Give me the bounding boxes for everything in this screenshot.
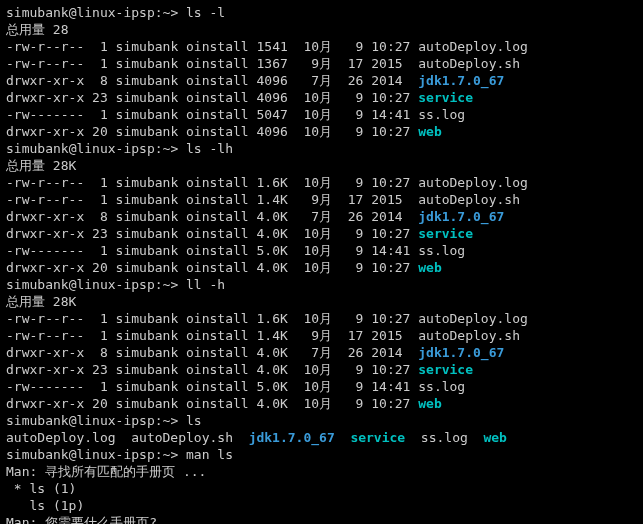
owner: simubank [116,175,179,190]
filename: service [418,362,473,377]
perm: drwxr-xr-x [6,209,84,224]
group: oinstall [186,107,249,122]
group: oinstall [186,362,249,377]
size: 5.0K [257,379,288,394]
size: 1541 [257,39,288,54]
filename: jdk1.7.0_67 [418,73,504,88]
file-row: -rw-r--r-- 1 simubank oinstall 1.6K 10月 … [6,310,637,327]
month: 7月 [296,209,332,224]
month: 7月 [296,345,332,360]
link-count: 1 [92,243,108,258]
filename: web [418,260,441,275]
day: 17 [340,192,363,207]
size: 4.0K [257,209,288,224]
time: 2014 [371,209,410,224]
filename: ss.log [418,107,465,122]
cmd-ls-l[interactable]: ls -l [186,5,225,20]
prompt-host: linux-ipsp [76,5,154,20]
filename: ss.log [418,379,465,394]
size: 1.6K [257,175,288,190]
filename: autoDeploy.sh [418,192,520,207]
filename: ss.log [421,430,468,445]
file-row: drwxr-xr-x 20 simubank oinstall 4.0K 10月… [6,259,637,276]
file-row: -rw-r--r-- 1 simubank oinstall 1.6K 10月 … [6,174,637,191]
time: 14:41 [371,243,410,258]
man-option-selected: * ls (1) [6,481,76,496]
total-line: 总用量 28 [6,21,637,38]
perm: -rw------- [6,107,84,122]
owner: simubank [116,107,179,122]
size: 5047 [257,107,288,122]
cmd-ls-lh[interactable]: ls -lh [186,141,233,156]
filename: service [418,90,473,105]
size: 1.6K [257,311,288,326]
link-count: 1 [92,56,108,71]
owner: simubank [116,209,179,224]
time: 10:27 [371,260,410,275]
group: oinstall [186,192,249,207]
prompt-line: simubank@linux-ipsp:~> ll -h [6,276,637,293]
perm: -rw-r--r-- [6,192,84,207]
link-count: 23 [92,226,108,241]
filename: autoDeploy.log [418,175,528,190]
size: 1367 [257,56,288,71]
cmd-ls[interactable]: ls [186,413,202,428]
group: oinstall [186,56,249,71]
total-line: 总用量 28K [6,157,637,174]
perm: drwxr-xr-x [6,260,84,275]
terminal-output[interactable]: simubank@linux-ipsp:~> ls -l总用量 28-rw-r-… [0,0,643,524]
link-count: 1 [92,311,108,326]
owner: simubank [116,328,179,343]
day: 9 [340,362,363,377]
month: 9月 [296,328,332,343]
day: 9 [340,90,363,105]
day: 9 [340,243,363,258]
filename: web [483,430,506,445]
total-label: 总用量 28K [6,158,76,173]
perm: drwxr-xr-x [6,90,84,105]
size: 1.4K [257,192,288,207]
month: 10月 [296,175,332,190]
filename: autoDeploy.log [418,311,528,326]
total-line: 总用量 28K [6,293,637,310]
cmd-man-ls[interactable]: man ls [186,447,233,462]
size: 4.0K [257,260,288,275]
group: oinstall [186,311,249,326]
file-row: drwxr-xr-x 8 simubank oinstall 4.0K 7月 2… [6,208,637,225]
day: 26 [340,345,363,360]
perm: -rw-r--r-- [6,328,84,343]
filename: service [350,430,405,445]
perm: drwxr-xr-x [6,73,84,88]
link-count: 8 [92,209,108,224]
time: 10:27 [371,396,410,411]
time: 2014 [371,345,410,360]
perm: -rw------- [6,379,84,394]
size: 4.0K [257,345,288,360]
file-row: drwxr-xr-x 23 simubank oinstall 4.0K 10月… [6,361,637,378]
group: oinstall [186,39,249,54]
group: oinstall [186,209,249,224]
month: 10月 [296,396,332,411]
owner: simubank [116,39,179,54]
ls-short-line: autoDeploy.log autoDeploy.sh jdk1.7.0_67… [6,429,637,446]
link-count: 1 [92,175,108,190]
cmd-ll-h[interactable]: ll -h [186,277,225,292]
group: oinstall [186,243,249,258]
day: 9 [340,39,363,54]
month: 9月 [296,56,332,71]
prompt-user: simubank [6,141,69,156]
man-ask-text: Man: 您需要什么手册页? [6,515,157,524]
group: oinstall [186,345,249,360]
time: 10:27 [371,311,410,326]
link-count: 23 [92,90,108,105]
owner: simubank [116,362,179,377]
day: 9 [340,107,363,122]
day: 9 [340,379,363,394]
prompt-user: simubank [6,413,69,428]
link-count: 20 [92,124,108,139]
owner: simubank [116,345,179,360]
prompt-host: linux-ipsp [76,413,154,428]
day: 9 [340,311,363,326]
size: 4.0K [257,362,288,377]
prompt-line: simubank@linux-ipsp:~> ls -lh [6,140,637,157]
